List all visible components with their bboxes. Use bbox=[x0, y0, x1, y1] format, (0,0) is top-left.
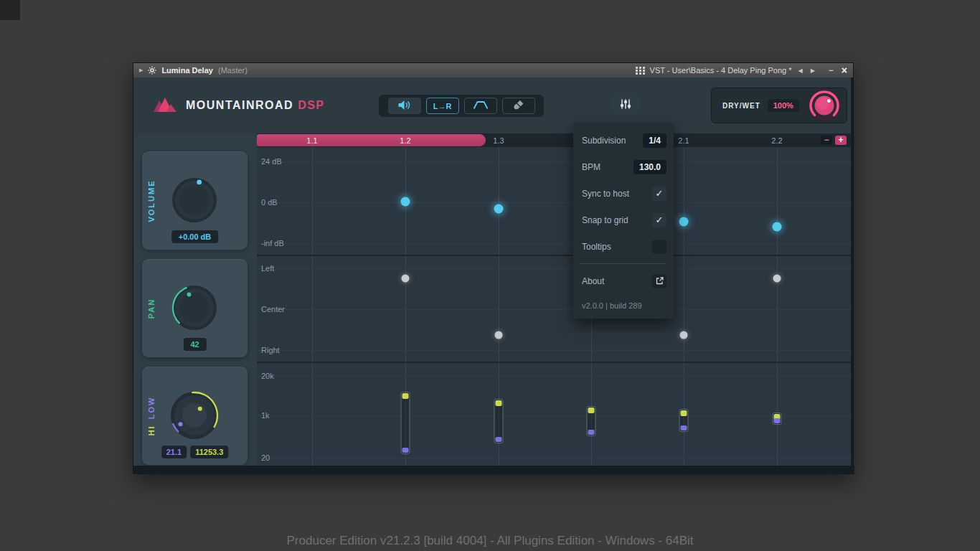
grid-line-horizontal bbox=[257, 161, 851, 162]
sync-to-host-checkbox[interactable]: ✓ bbox=[652, 187, 666, 201]
filter-low-handle[interactable] bbox=[681, 425, 687, 430]
menu-item-tooltips[interactable]: Tooltips bbox=[573, 233, 674, 260]
pan-knob[interactable] bbox=[169, 283, 220, 336]
volume-point[interactable] bbox=[773, 222, 782, 232]
filter-bar[interactable] bbox=[679, 409, 689, 432]
filter-knob[interactable] bbox=[168, 389, 221, 445]
filter-low-handle[interactable] bbox=[402, 448, 409, 453]
plugin-menu-arrow-icon[interactable]: ▶ bbox=[139, 67, 143, 73]
filter-high-handle[interactable] bbox=[402, 393, 409, 399]
snap-to-grid-checkbox[interactable]: ✓ bbox=[652, 213, 666, 227]
filter-low-value[interactable]: 21.1 bbox=[161, 446, 187, 458]
menu-item-snap-to-grid[interactable]: Snap to grid✓ bbox=[573, 207, 674, 233]
sidebar: VOLUME +0.00 dB PAN 42 HILOW bbox=[133, 133, 257, 466]
filter-high-handle[interactable] bbox=[681, 410, 687, 416]
zoom-out-button[interactable]: − bbox=[821, 136, 832, 145]
menu-item-about[interactable]: About bbox=[573, 268, 674, 294]
timeline-label: 2.2 bbox=[771, 136, 782, 145]
menu-item-bpm[interactable]: BPM130.0 bbox=[573, 154, 674, 180]
grid-line-horizontal bbox=[257, 350, 851, 351]
menu-items: Subdivision1/4BPM130.0Sync to host✓Snap … bbox=[573, 127, 674, 294]
close-button[interactable]: × bbox=[842, 65, 847, 76]
next-preset-button[interactable]: ▶ bbox=[809, 67, 816, 74]
filter-low-handle[interactable] bbox=[588, 430, 595, 435]
grid-row-label: 0 dB bbox=[261, 198, 278, 207]
settings-button[interactable] bbox=[612, 95, 639, 115]
grid-row-label: Right bbox=[261, 346, 280, 354]
filter-label: HILOW bbox=[147, 396, 156, 435]
plugin-header: MOUNTAINROADDSP L→R bbox=[133, 77, 851, 133]
zoom-in-button[interactable]: + bbox=[835, 136, 847, 145]
filter-label-hi: HI bbox=[147, 425, 156, 435]
bandpass-filter-icon bbox=[473, 100, 489, 112]
grid-row-label: 1k bbox=[261, 411, 270, 420]
pan-point[interactable] bbox=[773, 275, 781, 283]
volume-point[interactable] bbox=[494, 204, 504, 214]
plugin-target: (Master) bbox=[218, 66, 248, 75]
plugin-titlebar[interactable]: ▶ Lumina Delay (Master) VST - User\Basic… bbox=[133, 63, 853, 77]
filter-high-handle[interactable] bbox=[588, 408, 595, 413]
brand-name: MOUNTAINROADDSP bbox=[186, 99, 325, 112]
pan-point[interactable] bbox=[495, 331, 503, 339]
menu-item-label: Subdivision bbox=[582, 136, 626, 146]
pan-value[interactable]: 42 bbox=[183, 338, 206, 351]
filter-values: 21.1 11253.3 bbox=[161, 446, 229, 458]
plugin-title: Lumina Delay (Master) bbox=[161, 66, 248, 75]
filter-high-handle[interactable] bbox=[496, 400, 502, 406]
presets-grid-icon[interactable] bbox=[636, 67, 645, 75]
output-enable-button[interactable] bbox=[388, 98, 421, 114]
menu-item-sync-to-host[interactable]: Sync to host✓ bbox=[573, 180, 674, 207]
volume-knob[interactable] bbox=[169, 175, 220, 228]
timeline-ruler[interactable]: − + 1.11.21.32.12.2 bbox=[257, 133, 851, 147]
dry-wet-knob[interactable] bbox=[809, 90, 840, 121]
filter-bar[interactable] bbox=[401, 392, 410, 454]
pan-point[interactable] bbox=[402, 275, 410, 283]
grid-row-label: 24 dB bbox=[261, 157, 282, 166]
grid-line-horizontal bbox=[257, 243, 851, 244]
menu-version: v2.0.0 | build 289 bbox=[573, 294, 674, 319]
bpm-value-badge[interactable]: 130.0 bbox=[633, 160, 666, 174]
volume-point[interactable] bbox=[679, 217, 689, 227]
clear-button[interactable] bbox=[502, 98, 535, 114]
left-right-label: L→R bbox=[433, 102, 452, 110]
filter-low-handle[interactable] bbox=[496, 437, 502, 442]
grid-row-label: Left bbox=[261, 264, 274, 273]
corner-patch bbox=[0, 0, 20, 20]
filter-low-handle[interactable] bbox=[774, 418, 781, 423]
minimize-button[interactable]: − bbox=[829, 65, 834, 75]
grid-row-label: 20k bbox=[261, 372, 274, 380]
filter-bar[interactable] bbox=[587, 406, 596, 436]
grid-area[interactable]: 24 dB0 dB-inf dBLeftCenterRight20k1k20 bbox=[257, 147, 851, 466]
plugin-window: ▶ Lumina Delay (Master) VST - User\Basic… bbox=[133, 62, 854, 474]
plugin-body: MOUNTAINROADDSP L→R bbox=[133, 77, 853, 473]
volume-point[interactable] bbox=[401, 197, 410, 207]
mixer-sliders-icon bbox=[619, 98, 632, 112]
tooltips-checkbox[interactable] bbox=[652, 240, 666, 254]
menu-item-subdivision[interactable]: Subdivision1/4 bbox=[573, 127, 674, 154]
timeline-loop-region[interactable] bbox=[257, 134, 486, 146]
filter-bar[interactable] bbox=[773, 413, 782, 425]
external-link-icon[interactable] bbox=[652, 274, 666, 288]
ping-pong-mode-button[interactable]: L→R bbox=[426, 98, 459, 114]
grid-line-horizontal bbox=[257, 458, 851, 458]
mountain-logo-icon bbox=[152, 95, 178, 116]
brand-suffix: DSP bbox=[298, 99, 324, 111]
fl-footer-text: Producer Edition v21.2.3 [build 4004] - … bbox=[0, 534, 980, 548]
filter-high-value[interactable]: 11253.3 bbox=[190, 446, 228, 458]
speaker-icon bbox=[397, 100, 411, 113]
dry-wet-label: DRY/WET bbox=[722, 102, 760, 110]
subdivision-value-badge[interactable]: 1/4 bbox=[643, 133, 666, 148]
volume-label: VOLUME bbox=[147, 179, 156, 222]
menu-item-label: BPM bbox=[582, 162, 600, 172]
preset-name[interactable]: VST - User\Basics - 4 Delay Ping Pong * bbox=[650, 66, 792, 75]
filter-bar[interactable] bbox=[494, 399, 504, 443]
timeline-label: 1.3 bbox=[493, 136, 504, 145]
filter-shape-button[interactable] bbox=[464, 98, 497, 114]
timeline-label: 1.2 bbox=[400, 136, 410, 145]
volume-value[interactable]: +0.00 dB bbox=[171, 230, 219, 243]
pan-panel: PAN 42 bbox=[142, 259, 248, 357]
grid-line-vertical bbox=[312, 147, 313, 466]
gear-icon[interactable] bbox=[148, 66, 156, 75]
pan-point[interactable] bbox=[680, 331, 688, 339]
prev-preset-button[interactable]: ◀ bbox=[796, 67, 804, 74]
